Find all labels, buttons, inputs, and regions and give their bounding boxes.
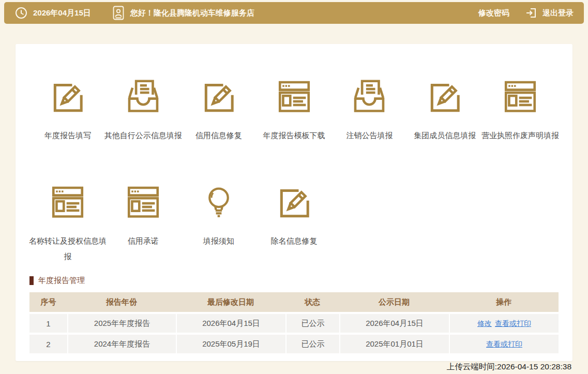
main-card: 年度报告填写 其他自行公示信息填报 信用信息修复 年度报告模板下载 注销公告填报… [16,44,572,361]
module-credit-commitment[interactable]: 信用承诺 [105,183,181,264]
section-title: 年度报告管理 [29,275,559,286]
module-filling-instructions[interactable]: 填报须知 [181,183,257,264]
module-label: 其他自行公示信息填报 [102,128,184,143]
module-label: 注销公告填报 [328,128,410,143]
module-label: 集团成员信息填报 [404,128,486,143]
annual-report-management-section: 年度报告管理 序号 报告年份 最后修改日期 状态 公示日期 操作 1 [29,275,559,353]
clock-icon [14,6,28,20]
cell-publish-date: 2025年01月01日 [339,333,449,353]
section-title-bar [29,276,34,285]
col-header-actions: 操作 [449,292,559,312]
module-annual-report-fill[interactable]: 年度报告填写 [30,77,105,143]
section-title-text: 年度报告管理 [38,276,85,286]
module-label: 营业执照作废声明填报 [479,128,561,143]
upload-time-text: 上传云端时间:2026-04-15 20:28:38 [447,362,571,372]
browser-icon [49,183,87,221]
table-row: 1 2025年年度报告 2026年04月15日 已公示 2026年04月15日 … [29,312,559,333]
cell-no: 2 [29,333,67,353]
module-grid-empty-cell [331,183,407,264]
cell-actions: 查看或打印 [449,333,559,353]
module-label: 信用信息修复 [178,128,260,143]
current-date: 2026年04月15日 [33,8,91,18]
browser-icon [501,77,539,115]
view-or-print-link[interactable]: 查看或打印 [495,319,531,327]
cell-last-modified: 2026年04月15日 [176,312,285,333]
module-label: 年度报告填写 [27,128,109,143]
col-header-status: 状态 [285,292,339,312]
logout-arrow-icon[interactable] [525,7,537,19]
module-group-member-info-fill[interactable]: 集团成员信息填报 [407,77,483,143]
view-or-print-link[interactable]: 查看或打印 [486,340,522,348]
module-label: 除名信息修复 [253,233,335,249]
module-grid-row-2: 名称转让及授权信息填报 信用承诺 填报须知 除名信息修复 [16,183,572,264]
change-password-button[interactable]: 修改密码 [478,8,509,18]
module-deregistration-notice-fill[interactable]: 注销公告填报 [331,77,407,143]
module-label: 填报须知 [178,233,260,249]
module-other-self-disclosure-fill[interactable]: 其他自行公示信息填报 [105,77,181,143]
topbar-left: 2026年04月15日 您好！隆化县腾隆机动车维修服务店 [14,6,254,20]
module-name-transfer-authorization-fill[interactable]: 名称转让及授权信息填报 [30,183,105,264]
cell-status: 已公示 [285,333,339,353]
module-license-invalidation-declare[interactable]: 营业执照作废声明填报 [483,77,558,143]
cell-report-year: 2025年年度报告 [67,312,176,333]
edit-icon [200,77,238,115]
id-badge-icon [113,6,124,20]
logout-button[interactable]: 退出登录 [542,8,574,18]
cell-actions: 修改查看或打印 [449,312,559,333]
col-header-no: 序号 [29,292,67,312]
module-annual-report-template-download[interactable]: 年度报告模板下载 [257,77,332,143]
topbar: 2026年04月15日 您好！隆化县腾隆机动车维修服务店 修改密码 退出登录 [4,2,584,24]
browser-icon [124,183,162,221]
col-header-last-modified: 最后修改日期 [176,292,285,312]
table-header-row: 序号 报告年份 最后修改日期 状态 公示日期 操作 [29,292,559,312]
module-grid-row-1: 年度报告填写 其他自行公示信息填报 信用信息修复 年度报告模板下载 注销公告填报… [16,77,572,143]
lightbulb-icon [200,183,238,221]
inbox-icon [124,77,162,115]
col-header-publish-date: 公示日期 [339,292,449,312]
user-greeting: 您好！隆化县腾隆机动车维修服务店 [130,8,254,18]
edit-icon [275,183,313,221]
browser-icon [275,77,313,115]
module-removal-info-repair[interactable]: 除名信息修复 [257,183,332,264]
module-credit-info-repair[interactable]: 信用信息修复 [181,77,257,143]
table-row: 2 2024年年度报告 2025年05月19日 已公示 2025年01月01日 … [29,333,559,353]
cell-no: 1 [29,312,67,333]
cell-publish-date: 2026年04月15日 [339,312,449,333]
module-grid-empty-cell [483,183,558,264]
edit-icon [426,77,464,115]
module-label: 信用承诺 [102,233,184,249]
inbox-icon [350,77,388,115]
edit-icon [49,77,87,115]
topbar-right: 修改密码 退出登录 [478,7,574,19]
col-header-report-year: 报告年份 [67,292,176,312]
cell-status: 已公示 [285,312,339,333]
cell-report-year: 2024年年度报告 [67,333,176,353]
module-label: 名称转让及授权信息填报 [27,233,109,264]
module-grid-empty-cell [407,183,483,264]
annual-report-table: 序号 报告年份 最后修改日期 状态 公示日期 操作 1 2025年年度报告 20… [29,292,559,353]
modify-link[interactable]: 修改 [477,319,492,327]
cell-last-modified: 2025年05月19日 [176,333,285,353]
module-label: 年度报告模板下载 [253,128,335,143]
